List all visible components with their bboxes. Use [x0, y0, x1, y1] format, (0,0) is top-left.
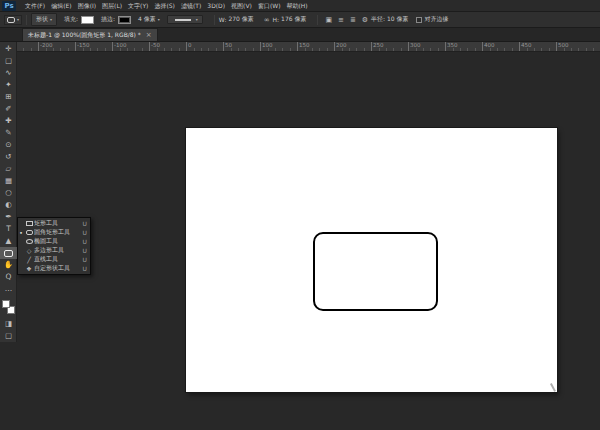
- rounded-rectangle-shape[interactable]: [313, 232, 438, 311]
- path-alignment-icon[interactable]: ≡: [338, 13, 344, 27]
- tool-pen[interactable]: ✒: [0, 211, 17, 223]
- stroke-style-dropdown[interactable]: ▾: [167, 15, 203, 24]
- close-icon[interactable]: ×: [146, 29, 152, 42]
- stroke-width-value: 4 像素: [138, 15, 156, 24]
- ruler-tick: 0: [186, 42, 187, 52]
- tool-screen-mode[interactable]: ▢: [0, 330, 17, 342]
- fill-control[interactable]: 填充:: [64, 15, 94, 24]
- tool-eyedropper[interactable]: ✐: [0, 103, 17, 115]
- path-selection-icon: ▲: [6, 235, 12, 247]
- menu-type[interactable]: 文字(Y): [125, 0, 151, 12]
- tool-blur[interactable]: ○: [0, 187, 17, 199]
- menu-view[interactable]: 视图(V): [228, 0, 255, 12]
- align-edges-checkbox[interactable]: [416, 17, 422, 23]
- tool-move[interactable]: ✛: [0, 43, 17, 55]
- tool-magic-wand[interactable]: ✦: [0, 79, 17, 91]
- tool-spot-healing-brush[interactable]: ✚: [0, 115, 17, 127]
- ruler-tick: -200: [38, 42, 39, 52]
- tool-gradient[interactable]: ▦: [0, 175, 17, 187]
- ellipse-icon: [26, 239, 33, 244]
- shortcut-key: U: [83, 220, 87, 227]
- ruler-tick: 150: [297, 42, 298, 52]
- flyout-item-rectangle-tool[interactable]: 矩形工具 U: [18, 219, 90, 228]
- toolbar-tools: ✛▢∿✦⊞✐✚✎⊙↺▱▦○◐✒T▲✋Q…: [0, 43, 16, 295]
- fill-label: 填充:: [64, 15, 78, 24]
- screen-mode-icon: ▢: [5, 330, 12, 342]
- rounded-rectangle-icon: [26, 230, 33, 235]
- tool-mode-dropdown[interactable]: 形状 ▾: [31, 13, 57, 26]
- tool-options-bar: ▾ 形状 ▾ 填充: 描边: 4 像素 ▾ ▾ W: 270 像素 ∞: [0, 12, 600, 28]
- solid-line-icon: [175, 19, 191, 21]
- flyout-item-rounded-rectangle-tool[interactable]: • 圆角矩形工具 U: [18, 228, 90, 237]
- menu-filter[interactable]: 滤镜(T): [178, 0, 204, 12]
- ruler-tick: 350: [445, 42, 446, 52]
- tool-preset-picker[interactable]: ▾: [4, 15, 22, 25]
- menu-3d[interactable]: 3D(D): [204, 0, 228, 12]
- ruler-tick: -50: [149, 42, 150, 52]
- dodge-icon: ◐: [5, 199, 12, 211]
- brush-icon: ✎: [5, 127, 11, 139]
- tool-dodge[interactable]: ◐: [0, 199, 17, 211]
- tool-lasso[interactable]: ∿: [0, 67, 17, 79]
- crop-icon: ⊞: [5, 91, 11, 103]
- width-value: 270 像素: [228, 15, 253, 24]
- stroke-color-swatch[interactable]: [118, 16, 131, 24]
- toolbar: ✛▢∿✦⊞✐✚✎⊙↺▱▦○◐✒T▲✋Q… ◨ ▢: [0, 42, 17, 342]
- tool-quick-mask[interactable]: ◨: [0, 318, 17, 330]
- tool-clone-stamp[interactable]: ⊙: [0, 139, 17, 151]
- tool-rounded-rectangle-shape[interactable]: [0, 247, 17, 259]
- tool-path-selection[interactable]: ▲: [0, 235, 17, 247]
- eyedropper-icon: ✐: [5, 103, 11, 115]
- tool-zoom[interactable]: Q: [0, 271, 17, 283]
- tool-history-brush[interactable]: ↺: [0, 151, 17, 163]
- document-tab[interactable]: 未标题-1 @ 100%(圆角矩形 1, RGB/8) * ×: [22, 28, 158, 41]
- link-dimensions-icon[interactable]: ∞: [264, 13, 270, 27]
- menu-layer[interactable]: 图层(L): [99, 0, 125, 12]
- history-brush-icon: ↺: [5, 151, 11, 163]
- tool-crop[interactable]: ⊞: [0, 91, 17, 103]
- gear-icon[interactable]: ⚙: [362, 13, 368, 27]
- flyout-item-label: 椭圆工具: [34, 237, 81, 246]
- stroke-control[interactable]: 描边:: [101, 15, 131, 24]
- stroke-width-field[interactable]: 4 像素 ▾: [138, 15, 160, 24]
- tool-horizontal-type[interactable]: T: [0, 223, 17, 235]
- menu-select[interactable]: 选择(S): [151, 0, 178, 12]
- radius-label: 半径:: [371, 15, 385, 24]
- menu-file[interactable]: 文件(F): [22, 0, 48, 12]
- blur-icon: ○: [5, 187, 12, 199]
- stroke-label: 描边:: [101, 15, 115, 24]
- path-arrangement-icon[interactable]: ≣: [350, 13, 356, 27]
- tool-mode-value: 形状: [36, 15, 48, 24]
- flyout-item-label: 自定形状工具: [34, 264, 81, 273]
- foreground-color-swatch[interactable]: [2, 300, 10, 308]
- menu-window[interactable]: 窗口(W): [255, 0, 284, 12]
- radius-field[interactable]: 半径: 10 像素: [371, 15, 409, 24]
- shortcut-key: U: [83, 265, 87, 272]
- flyout-item-label: 多边形工具: [34, 246, 81, 255]
- tool-hand[interactable]: ✋: [0, 259, 17, 271]
- tool-rectangular-marquee[interactable]: ▢: [0, 55, 17, 67]
- shape-width-field[interactable]: W: 270 像素: [219, 15, 254, 24]
- flyout-item-ellipse-tool[interactable]: 椭圆工具 U: [18, 237, 90, 246]
- tool-brush[interactable]: ✎: [0, 127, 17, 139]
- fill-color-swatch[interactable]: [81, 16, 94, 24]
- align-edges-control[interactable]: 对齐边缘: [416, 15, 449, 24]
- document-title: 未标题-1 @ 100%(圆角矩形 1, RGB/8) *: [28, 31, 141, 40]
- path-operations-icon[interactable]: ▣: [325, 13, 332, 27]
- menu-help[interactable]: 帮助(H): [284, 0, 311, 12]
- menu-edit[interactable]: 编辑(E): [48, 0, 74, 12]
- ruler-tick: 250: [371, 42, 372, 52]
- flyout-item-line-tool[interactable]: ╱ 直线工具 U: [18, 255, 90, 264]
- ruler-tick: 400: [482, 42, 483, 52]
- tool-eraser[interactable]: ▱: [0, 163, 17, 175]
- flyout-item-custom-shape-tool[interactable]: ❖ 自定形状工具 U: [18, 264, 90, 273]
- tool-edit-toolbar[interactable]: …: [0, 283, 17, 295]
- menu-image[interactable]: 图像(I): [75, 0, 99, 12]
- horizontal-ruler[interactable]: -200-150-100-500501001502002503003504004…: [17, 42, 600, 52]
- zoom-icon: Q: [6, 271, 12, 283]
- shortcut-key: U: [83, 256, 87, 263]
- shape-height-field[interactable]: H: 176 像素: [273, 15, 307, 24]
- custom-shape-icon: ❖: [26, 264, 31, 273]
- flyout-item-polygon-tool[interactable]: ◇ 多边形工具 U: [18, 246, 90, 255]
- shortcut-key: U: [83, 247, 87, 254]
